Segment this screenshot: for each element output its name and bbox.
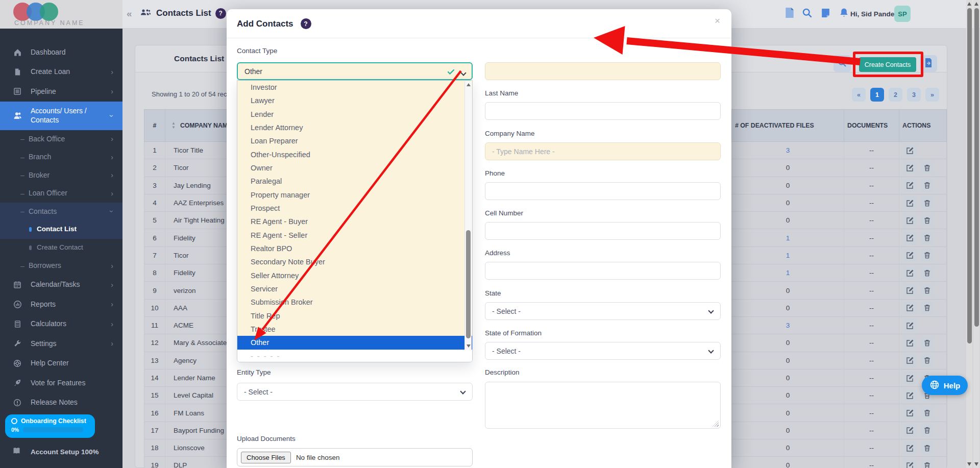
edit-icon[interactable] <box>903 354 917 367</box>
trash-icon[interactable] <box>920 424 934 437</box>
create-contacts-button[interactable]: Create Contacts <box>859 57 916 72</box>
edit-icon[interactable] <box>903 144 917 157</box>
edit-icon[interactable] <box>903 301 917 314</box>
choose-files-button[interactable]: Choose Files <box>241 452 291 463</box>
sidebar-item-calculators[interactable]: Calculators› <box>0 314 122 334</box>
pagination-prev[interactable]: « <box>852 88 866 102</box>
sidebar-item-reports[interactable]: Reports› <box>0 294 122 314</box>
entity-type-select[interactable]: - Select - <box>237 383 473 401</box>
help-button[interactable]: Help <box>922 376 968 395</box>
edit-icon[interactable] <box>903 196 917 210</box>
edit-icon[interactable] <box>903 406 917 420</box>
deactivated-files-count[interactable]: 1 <box>731 264 844 281</box>
inner-scrollbar[interactable] <box>966 0 972 468</box>
page-help-icon[interactable]: ? <box>215 8 226 19</box>
dropdown-option[interactable]: Lender Attorney <box>237 121 472 134</box>
table-search-button[interactable] <box>834 55 851 72</box>
close-icon[interactable]: × <box>715 15 720 27</box>
column-deactivated-files[interactable]: # OF DEACTIVATED FILES <box>731 110 844 141</box>
sidebar-item-back-office[interactable]: –Back Office› <box>0 130 122 149</box>
sidebar-item-accounts-users-contacts[interactable]: Accounts/ Users / Contacts› <box>0 102 122 130</box>
sidebar-item-broker[interactable]: –Broker› <box>0 166 122 185</box>
edit-icon[interactable] <box>903 319 917 332</box>
avatar[interactable]: SP <box>894 6 911 22</box>
sort-icons[interactable]: ▲▼ <box>172 122 176 129</box>
sidebar-collapse-icon[interactable]: « <box>127 8 132 19</box>
files-icon[interactable] <box>783 7 796 20</box>
pagination-page-3[interactable]: 3 <box>907 88 921 102</box>
column-documents[interactable]: DOCUMENTS <box>844 110 899 141</box>
edit-icon[interactable] <box>903 389 917 402</box>
sidebar-item-contacts[interactable]: –Contacts› <box>0 203 122 221</box>
scroll-thumb[interactable] <box>466 230 471 338</box>
dropdown-option[interactable]: Loan Preparer <box>237 134 472 147</box>
trash-icon[interactable] <box>920 301 934 314</box>
sidebar-item-pipeline[interactable]: Pipeline› <box>0 82 122 102</box>
sidebar-item-release-notes[interactable]: Release Notes <box>0 393 122 413</box>
pagination-page-1[interactable]: 1 <box>870 88 884 102</box>
onboarding-checklist-card[interactable]: Onboarding Checklist 0% <box>5 414 95 438</box>
edit-icon[interactable] <box>903 214 917 227</box>
trash-icon[interactable] <box>920 231 934 244</box>
sidebar-item-create-contact[interactable]: Create Contact <box>0 239 122 257</box>
dropdown-option[interactable]: Property manager <box>237 188 472 202</box>
edit-icon[interactable] <box>903 372 917 385</box>
edit-icon[interactable] <box>903 161 917 175</box>
dropdown-option[interactable]: RE Agent - Seller <box>237 229 472 242</box>
edit-icon[interactable] <box>903 441 917 455</box>
dropdown-option[interactable]: RE Agent - Buyer <box>237 215 472 228</box>
trash-icon[interactable] <box>920 179 934 192</box>
state-select[interactable]: - Select - <box>485 302 721 320</box>
pagination-page-2[interactable]: 2 <box>889 88 902 102</box>
edit-icon[interactable] <box>903 284 917 297</box>
trash-icon[interactable] <box>920 441 934 455</box>
edit-icon[interactable] <box>903 249 917 262</box>
deactivated-files-count[interactable]: 3 <box>731 142 844 159</box>
sidebar-item-loan-officer[interactable]: –Loan Officer› <box>0 184 122 203</box>
company-name-input[interactable] <box>485 142 721 160</box>
upload-file-input[interactable]: Choose Files No file chosen <box>237 448 473 466</box>
dropdown-option[interactable]: Seller Attorney <box>237 269 472 282</box>
dropdown-option[interactable]: Realtor BPO <box>237 242 472 255</box>
trash-icon[interactable] <box>920 161 934 175</box>
dropdown-option[interactable]: Trustee <box>237 323 472 336</box>
address-input[interactable] <box>485 262 721 280</box>
phone-input[interactable] <box>485 182 721 200</box>
dropdown-option[interactable]: Submission Broker <box>237 295 472 309</box>
trash-icon[interactable] <box>920 406 934 420</box>
dropdown-option[interactable]: Lawyer <box>237 94 472 107</box>
scroll-up-icon[interactable] <box>467 83 471 86</box>
edit-icon[interactable] <box>903 231 917 244</box>
dropdown-scrollbar[interactable] <box>464 81 472 350</box>
dropdown-option[interactable]: Prospect <box>237 202 472 215</box>
first-name-input[interactable] <box>485 62 721 80</box>
pagination-next[interactable]: » <box>925 88 939 102</box>
trash-icon[interactable] <box>920 336 934 350</box>
edit-icon[interactable] <box>903 266 917 280</box>
deactivated-files-count[interactable]: 1 <box>731 247 844 264</box>
dropdown-option[interactable]: Investor <box>237 81 472 94</box>
trash-icon[interactable] <box>920 266 934 280</box>
sidebar-item-help-center[interactable]: Help Center <box>0 354 122 374</box>
sidebar-item-dashboard[interactable]: Dashboard <box>0 42 122 62</box>
dropdown-option[interactable]: Paralegal <box>237 175 472 188</box>
sidebar-item-create-loan[interactable]: Create Loan› <box>0 62 122 82</box>
trash-icon[interactable] <box>920 196 934 210</box>
export-button[interactable] <box>920 55 937 72</box>
page-scrollbar[interactable] <box>973 0 979 468</box>
sidebar-item-branch[interactable]: –Branch› <box>0 148 122 166</box>
last-name-input[interactable] <box>485 102 721 120</box>
cell-number-input[interactable] <box>485 222 721 240</box>
sidebar-item-contact-list[interactable]: Contact List <box>0 220 122 239</box>
dropdown-option[interactable]: Lender <box>237 108 472 121</box>
trash-icon[interactable] <box>920 249 934 262</box>
state-of-formation-select[interactable]: - Select - <box>485 342 721 360</box>
edit-icon[interactable] <box>903 179 917 192</box>
dropdown-option[interactable]: Servicer <box>237 282 472 295</box>
deactivated-files-count[interactable]: 3 <box>731 317 844 334</box>
description-textarea[interactable] <box>485 382 721 429</box>
dropdown-option-extra[interactable]: - - - - - <box>237 350 472 362</box>
sidebar-item-calendar-tasks[interactable]: Calendar/Tasks› <box>0 275 122 295</box>
column-number[interactable]: # <box>144 110 165 141</box>
dropdown-option[interactable]: Title Rep <box>237 309 472 323</box>
